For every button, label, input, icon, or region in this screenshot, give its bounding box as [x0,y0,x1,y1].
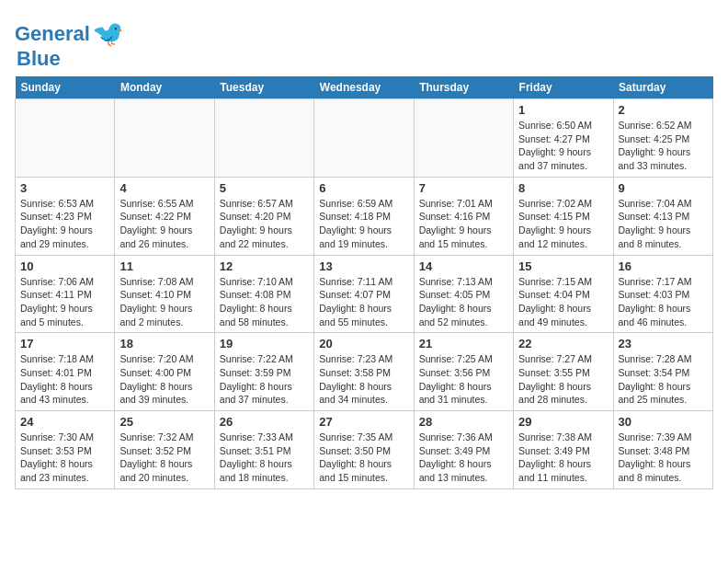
day-number: 14 [419,259,508,273]
day-info: Sunrise: 7:06 AM Sunset: 4:11 PM Dayligh… [20,275,109,329]
calendar-cell: 25Sunrise: 7:32 AM Sunset: 3:52 PM Dayli… [115,411,214,489]
calendar-cell: 4Sunrise: 6:55 AM Sunset: 4:22 PM Daylig… [115,177,214,255]
calendar-cell: 29Sunrise: 7:38 AM Sunset: 3:49 PM Dayli… [514,411,613,489]
day-number: 10 [20,259,109,273]
weekday-header-tuesday: Tuesday [214,76,313,99]
day-info: Sunrise: 7:01 AM Sunset: 4:16 PM Dayligh… [419,197,508,251]
day-number: 6 [319,181,408,195]
day-info: Sunrise: 7:17 AM Sunset: 4:03 PM Dayligh… [619,275,708,329]
day-info: Sunrise: 7:28 AM Sunset: 3:54 PM Dayligh… [619,352,708,407]
calendar-cell [115,99,214,178]
day-number: 9 [619,181,708,195]
weekday-header-wednesday: Wednesday [314,76,414,99]
calendar-cell: 5Sunrise: 6:57 AM Sunset: 4:20 PM Daylig… [214,177,313,255]
calendar-cell: 19Sunrise: 7:22 AM Sunset: 3:59 PM Dayli… [214,333,313,411]
day-info: Sunrise: 7:35 AM Sunset: 3:50 PM Dayligh… [319,431,408,485]
logo-bird-icon: 🐦 [92,18,124,49]
day-number: 30 [619,415,708,429]
day-info: Sunrise: 6:57 AM Sunset: 4:20 PM Dayligh… [220,197,309,251]
calendar-cell: 14Sunrise: 7:13 AM Sunset: 4:05 PM Dayli… [414,255,513,333]
day-number: 12 [220,259,309,273]
calendar-week-row: 17Sunrise: 7:18 AM Sunset: 4:01 PM Dayli… [16,333,713,411]
day-info: Sunrise: 7:25 AM Sunset: 3:56 PM Dayligh… [419,352,508,407]
calendar-cell [214,99,313,178]
calendar-table: SundayMondayTuesdayWednesdayThursdayFrid… [15,76,713,489]
day-number: 1 [518,103,608,117]
day-info: Sunrise: 7:13 AM Sunset: 4:05 PM Dayligh… [419,275,508,329]
calendar-cell: 3Sunrise: 6:53 AM Sunset: 4:23 PM Daylig… [16,177,115,255]
day-number: 15 [518,259,608,273]
calendar-week-row: 1Sunrise: 6:50 AM Sunset: 4:27 PM Daylig… [16,99,713,178]
calendar-cell: 18Sunrise: 7:20 AM Sunset: 4:00 PM Dayli… [115,333,214,411]
calendar-cell: 16Sunrise: 7:17 AM Sunset: 4:03 PM Dayli… [613,255,712,333]
day-info: Sunrise: 7:27 AM Sunset: 3:55 PM Dayligh… [518,352,608,407]
calendar-cell: 23Sunrise: 7:28 AM Sunset: 3:54 PM Dayli… [613,333,712,411]
day-number: 26 [220,415,309,429]
day-info: Sunrise: 6:52 AM Sunset: 4:25 PM Dayligh… [619,119,708,173]
calendar-cell: 8Sunrise: 7:02 AM Sunset: 4:15 PM Daylig… [514,177,613,255]
calendar-cell: 9Sunrise: 7:04 AM Sunset: 4:13 PM Daylig… [613,177,712,255]
day-number: 3 [20,181,109,195]
day-number: 21 [419,337,508,350]
header: General 🐦 Blue [15,15,713,69]
day-number: 2 [619,103,708,117]
calendar-cell: 7Sunrise: 7:01 AM Sunset: 4:16 PM Daylig… [414,177,513,255]
day-number: 29 [518,415,608,429]
calendar-cell: 27Sunrise: 7:35 AM Sunset: 3:50 PM Dayli… [314,411,414,489]
day-number: 28 [419,415,508,429]
day-number: 5 [220,181,309,195]
day-info: Sunrise: 7:04 AM Sunset: 4:13 PM Dayligh… [619,197,708,251]
calendar-cell: 10Sunrise: 7:06 AM Sunset: 4:11 PM Dayli… [16,255,115,333]
day-info: Sunrise: 7:36 AM Sunset: 3:49 PM Dayligh… [419,431,508,485]
day-info: Sunrise: 6:50 AM Sunset: 4:27 PM Dayligh… [518,119,608,173]
calendar-week-row: 10Sunrise: 7:06 AM Sunset: 4:11 PM Dayli… [16,255,713,333]
day-info: Sunrise: 7:15 AM Sunset: 4:04 PM Dayligh… [518,275,608,329]
day-number: 8 [518,181,608,195]
logo-text: General [15,24,90,44]
day-number: 25 [119,415,209,429]
day-info: Sunrise: 7:20 AM Sunset: 4:00 PM Dayligh… [119,352,209,407]
calendar-cell: 17Sunrise: 7:18 AM Sunset: 4:01 PM Dayli… [16,333,115,411]
day-number: 11 [119,259,209,273]
day-info: Sunrise: 7:18 AM Sunset: 4:01 PM Dayligh… [20,352,109,407]
calendar-cell [314,99,414,178]
day-number: 20 [319,337,408,350]
day-number: 13 [319,259,408,273]
calendar-cell: 24Sunrise: 7:30 AM Sunset: 3:53 PM Dayli… [16,411,115,489]
day-number: 4 [119,181,209,195]
calendar-cell: 11Sunrise: 7:08 AM Sunset: 4:10 PM Dayli… [115,255,214,333]
calendar-cell: 28Sunrise: 7:36 AM Sunset: 3:49 PM Dayli… [414,411,513,489]
calendar-cell [16,99,115,178]
calendar-cell: 21Sunrise: 7:25 AM Sunset: 3:56 PM Dayli… [414,333,513,411]
weekday-header-row: SundayMondayTuesdayWednesdayThursdayFrid… [16,76,713,99]
weekday-header-saturday: Saturday [613,76,712,99]
calendar-cell: 20Sunrise: 7:23 AM Sunset: 3:58 PM Dayli… [314,333,414,411]
calendar-cell: 13Sunrise: 7:11 AM Sunset: 4:07 PM Dayli… [314,255,414,333]
calendar-week-row: 3Sunrise: 6:53 AM Sunset: 4:23 PM Daylig… [16,177,713,255]
day-number: 23 [619,337,708,350]
day-number: 16 [619,259,708,273]
day-info: Sunrise: 7:39 AM Sunset: 3:48 PM Dayligh… [619,431,708,485]
calendar-cell [414,99,513,178]
day-info: Sunrise: 7:23 AM Sunset: 3:58 PM Dayligh… [319,352,408,407]
day-info: Sunrise: 7:10 AM Sunset: 4:08 PM Dayligh… [220,275,309,329]
logo: General 🐦 Blue [15,18,124,69]
weekday-header-sunday: Sunday [16,76,115,99]
logo-text-blue: Blue [17,49,61,69]
day-number: 27 [319,415,408,429]
day-number: 24 [20,415,109,429]
day-number: 22 [518,337,608,350]
calendar-cell: 15Sunrise: 7:15 AM Sunset: 4:04 PM Dayli… [514,255,613,333]
day-info: Sunrise: 7:30 AM Sunset: 3:53 PM Dayligh… [20,431,109,485]
day-info: Sunrise: 6:55 AM Sunset: 4:22 PM Dayligh… [119,197,209,251]
day-number: 19 [220,337,309,350]
calendar-week-row: 24Sunrise: 7:30 AM Sunset: 3:53 PM Dayli… [16,411,713,489]
day-info: Sunrise: 7:02 AM Sunset: 4:15 PM Dayligh… [518,197,608,251]
day-number: 18 [119,337,209,350]
day-info: Sunrise: 7:38 AM Sunset: 3:49 PM Dayligh… [518,431,608,485]
calendar-cell: 22Sunrise: 7:27 AM Sunset: 3:55 PM Dayli… [514,333,613,411]
calendar-cell: 6Sunrise: 6:59 AM Sunset: 4:18 PM Daylig… [314,177,414,255]
calendar-cell: 30Sunrise: 7:39 AM Sunset: 3:48 PM Dayli… [613,411,712,489]
weekday-header-friday: Friday [514,76,613,99]
day-info: Sunrise: 6:59 AM Sunset: 4:18 PM Dayligh… [319,197,408,251]
